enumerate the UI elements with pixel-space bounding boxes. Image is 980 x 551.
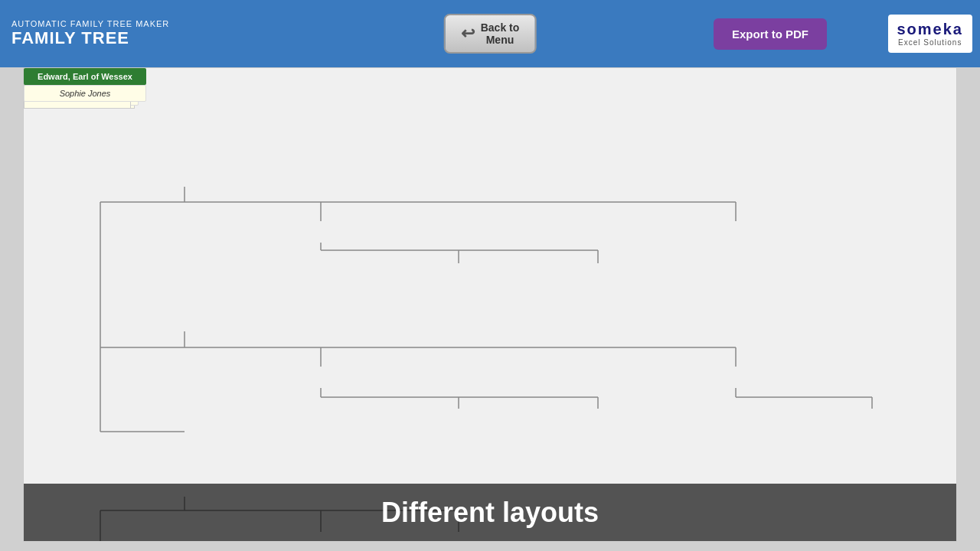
back-label: Back toMenu — [481, 21, 520, 46]
sophie-jones-name: Sophie Jones — [24, 85, 146, 102]
export-label: Export to PDF — [732, 28, 808, 41]
app-title: FAMILY TREE — [11, 28, 169, 48]
tree-lines — [24, 68, 956, 541]
logo-main: someka — [897, 21, 964, 38]
group4-root: Edward, Earl of Wessex Sophie Jones — [24, 68, 146, 102]
app-subtitle: AUTOMATIC FAMILY TREE MAKER — [11, 19, 169, 28]
overlay-text: Different layouts — [381, 497, 599, 529]
export-pdf-button[interactable]: Export to PDF — [714, 18, 827, 50]
back-to-menu-button[interactable]: ↩ Back toMenu — [444, 14, 537, 54]
overlay-banner: Different layouts — [24, 484, 956, 541]
title-block: AUTOMATIC FAMILY TREE MAKER FAMILY TREE — [11, 19, 169, 48]
header: AUTOMATIC FAMILY TREE MAKER FAMILY TREE … — [0, 0, 980, 67]
logo-sub: Excel Solutions — [898, 38, 962, 47]
logo: someka Excel Solutions — [888, 15, 973, 53]
edward-name: Edward, Earl of Wessex — [24, 68, 146, 85]
tree-area: Elizabeth II Philip Prince Charles Lady … — [23, 67, 957, 542]
back-arrow-icon: ↩ — [461, 24, 475, 44]
